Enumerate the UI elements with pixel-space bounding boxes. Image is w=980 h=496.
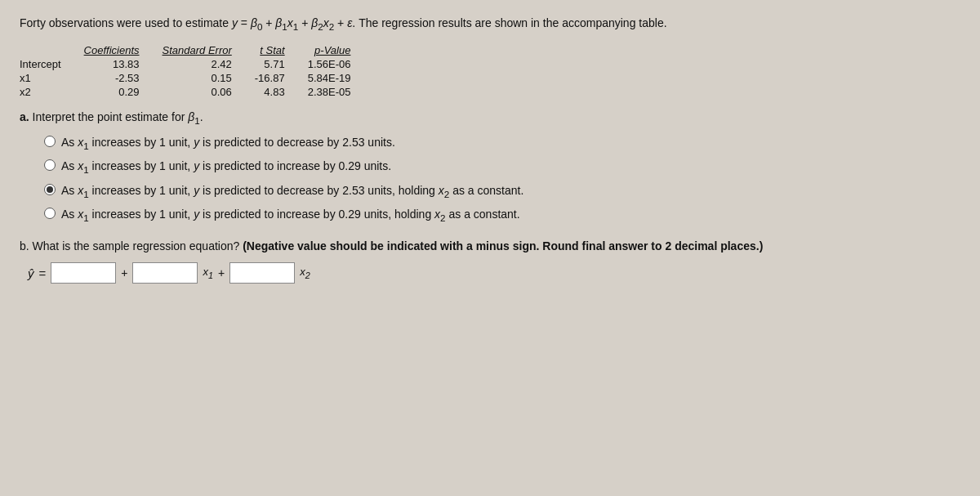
row-x2-coeff: 0.29	[73, 85, 151, 99]
equation-row: = + x1 + x2	[20, 262, 960, 284]
row-intercept-se: 2.42	[151, 57, 243, 71]
row-x1-pval: 5.84E-19	[296, 71, 363, 85]
table-row: x2 0.29 0.06 4.83 2.38E-05	[20, 85, 362, 99]
option-a4[interactable]: As x1 increases by 1 unit, y is predicte…	[44, 206, 960, 225]
row-x2-label: x2	[20, 85, 73, 99]
part-b-instruction: (Negative value should be indicated with…	[243, 239, 763, 252]
col-header-label	[20, 43, 73, 57]
row-intercept-coeff: 13.83	[73, 57, 151, 71]
eq-input-b1[interactable]	[132, 262, 198, 284]
col-header-pval: p-Value	[296, 43, 363, 57]
option-a1-text: As x1 increases by 1 unit, y is predicte…	[61, 134, 395, 153]
radio-a1[interactable]	[44, 136, 56, 147]
row-x2-se: 0.06	[151, 85, 243, 99]
col-header-coeff: Coefficients	[73, 43, 151, 57]
y-hat-symbol	[28, 266, 34, 280]
option-a4-text: As x1 increases by 1 unit, y is predicte…	[61, 206, 520, 225]
eq-input-b2[interactable]	[229, 262, 295, 284]
intro-text: Forty observations were used to estimate…	[20, 15, 960, 34]
option-a2[interactable]: As x1 increases by 1 unit, y is predicte…	[44, 158, 960, 177]
eq-plus-1: +	[121, 266, 127, 279]
row-intercept-pval: 1.56E-06	[296, 57, 363, 71]
row-x2-tstat: 4.83	[243, 85, 296, 99]
table-row: x1 -2.53 0.15 -16.87 5.84E-19	[20, 71, 362, 85]
row-x1-tstat: -16.87	[243, 71, 296, 85]
part-b-question: b. What is the sample regression equatio…	[20, 239, 960, 252]
eq-input-intercept[interactable]	[51, 262, 116, 284]
options-list: As x1 increases by 1 unit, y is predicte…	[20, 134, 960, 225]
option-a1[interactable]: As x1 increases by 1 unit, y is predicte…	[44, 134, 960, 153]
part-b-section: b. What is the sample regression equatio…	[20, 239, 960, 284]
eq-x2-label: x2	[300, 266, 310, 280]
table-row: Intercept 13.83 2.42 5.71 1.56E-06	[20, 57, 362, 71]
row-intercept-label: Intercept	[20, 57, 73, 71]
row-x2-pval: 2.38E-05	[296, 85, 363, 99]
row-x1-se: 0.15	[151, 71, 243, 85]
row-x1-coeff: -2.53	[73, 71, 151, 85]
radio-a2[interactable]	[44, 159, 56, 171]
row-x1-label: x1	[20, 71, 73, 85]
part-a-question: a. Interpret the point estimate for β1.	[20, 110, 960, 126]
col-header-se: Standard Error	[151, 43, 243, 57]
radio-a3[interactable]	[44, 184, 56, 195]
col-header-tstat: t Stat	[243, 43, 296, 57]
row-intercept-tstat: 5.71	[243, 57, 296, 71]
option-a3[interactable]: As x1 increases by 1 unit, y is predicte…	[44, 182, 960, 201]
eq-equals: =	[39, 266, 47, 280]
radio-a4[interactable]	[44, 208, 56, 219]
eq-plus-2: +	[218, 266, 225, 279]
option-a2-text: As x1 increases by 1 unit, y is predicte…	[61, 158, 391, 177]
eq-x1-label: x1	[203, 266, 213, 280]
option-a3-text: As x1 increases by 1 unit, y is predicte…	[61, 182, 523, 201]
regression-table: Coefficients Standard Error t Stat p-Val…	[20, 43, 362, 99]
